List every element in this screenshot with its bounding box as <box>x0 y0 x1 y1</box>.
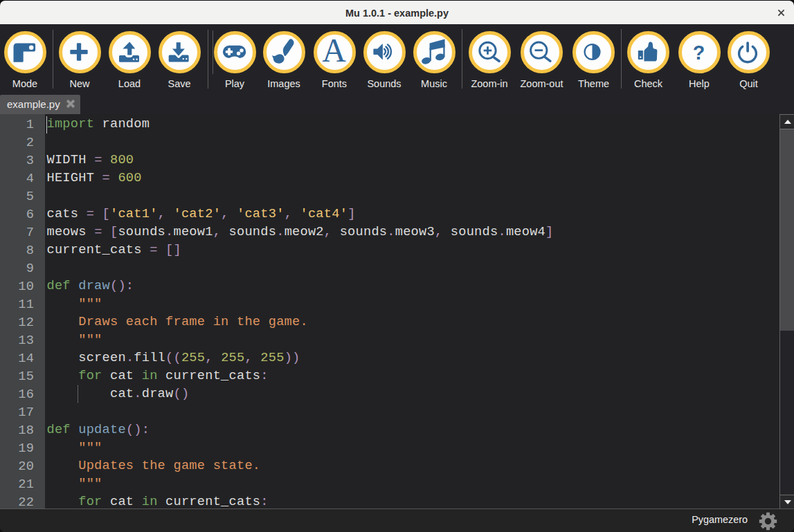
svg-text:?: ? <box>692 40 705 63</box>
svg-text:A: A <box>322 31 346 68</box>
